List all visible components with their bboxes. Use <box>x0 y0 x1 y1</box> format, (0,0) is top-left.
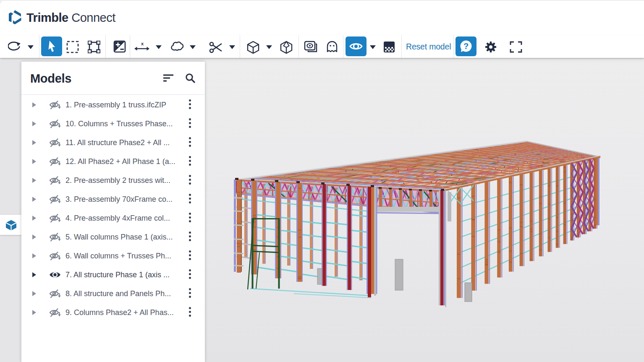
svg-text:?: ? <box>463 42 469 51</box>
svg-text:x: x <box>141 42 144 46</box>
